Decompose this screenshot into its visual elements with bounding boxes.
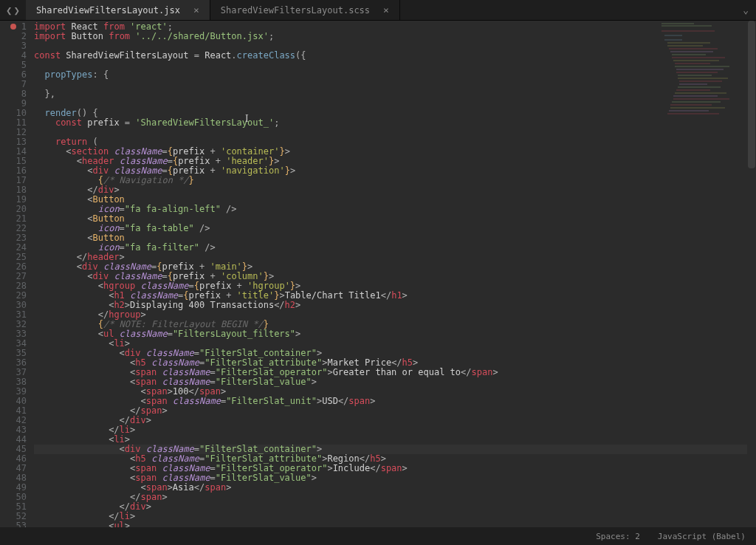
code-line[interactable]: <ul className="FiltersLayout_filters"> — [34, 329, 756, 339]
code-line[interactable]: </div> — [34, 502, 756, 512]
nav-arrows: ❮ ❯ — [0, 4, 26, 16]
tab-1[interactable]: SharedViewFiltersLayout.scss× — [210, 0, 400, 20]
code-line[interactable]: </li> — [34, 425, 756, 435]
code-line[interactable]: </li> — [34, 512, 756, 521]
code-line[interactable]: import Button from '../../shared/Button.… — [34, 32, 756, 41]
code-line[interactable]: icon="fa fa-align-left" /> — [34, 205, 756, 214]
editor-area[interactable]: 1234567891011121314151617181920212223242… — [0, 21, 756, 527]
panel-collapse-icon[interactable]: ⌄ — [735, 4, 756, 16]
scrollbar-thumb[interactable] — [748, 21, 755, 168]
text-cursor: I — [245, 113, 249, 125]
nav-back-icon[interactable]: ❮ — [6, 4, 12, 16]
code-line[interactable] — [34, 128, 756, 137]
code-line[interactable]: const SharedViewFiltersLayout = React.cr… — [34, 51, 756, 61]
status-bar: Spaces: 2 JavaScript (Babel) — [0, 527, 756, 545]
top-bar: ❮ ❯ SharedViewFiltersLayout.jsx×SharedVi… — [0, 0, 756, 21]
gutter: 1234567891011121314151617181920212223242… — [0, 21, 34, 527]
code-line[interactable] — [34, 61, 756, 70]
code-line[interactable]: icon="fa fa-table" /> — [34, 224, 756, 233]
tabs: SharedViewFiltersLayout.jsx×SharedViewFi… — [26, 0, 735, 20]
tab-label: SharedViewFiltersLayout.jsx — [36, 5, 180, 16]
code-line[interactable]: icon="fa fa-filter" /> — [34, 243, 756, 253]
status-indent[interactable]: Spaces: 2 — [596, 532, 640, 541]
nav-forward-icon[interactable]: ❯ — [13, 4, 19, 16]
code-line[interactable]: const prefix = 'SharedViewFiltersLayout_… — [34, 118, 756, 128]
close-icon[interactable]: × — [193, 4, 199, 16]
status-language[interactable]: JavaScript (Babel) — [658, 532, 746, 541]
tab-label: SharedViewFiltersLayout.scss — [221, 5, 370, 16]
close-icon[interactable]: × — [383, 4, 389, 16]
code-line[interactable] — [34, 99, 756, 109]
code-line[interactable]: </div> — [34, 185, 756, 195]
breakpoint-icon[interactable] — [10, 24, 16, 30]
tab-0[interactable]: SharedViewFiltersLayout.jsx× — [26, 0, 210, 20]
scrollbar[interactable] — [747, 21, 756, 527]
code-line[interactable]: }, — [34, 89, 756, 99]
code-line[interactable]: </div> — [34, 416, 756, 425]
code[interactable]: import React from 'react';import Button … — [34, 21, 756, 527]
code-line[interactable] — [34, 80, 756, 89]
code-line[interactable]: {/* Navigation */} — [34, 176, 756, 185]
code-line[interactable]: propTypes: { — [34, 70, 756, 80]
